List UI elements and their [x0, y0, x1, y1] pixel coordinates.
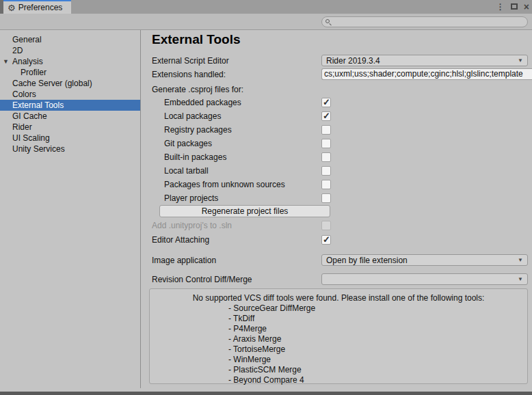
image-application-dropdown[interactable]: Open by file extension ▼ — [321, 254, 528, 266]
preferences-sidebar: General 2D ▼Analysis Profiler Cache Serv… — [0, 30, 141, 388]
sidebar-item-external-tools[interactable]: External Tools — [0, 100, 140, 111]
tab-title: Preferences — [18, 3, 63, 12]
toolbar — [0, 14, 532, 30]
script-editor-label: External Script Editor — [152, 55, 229, 66]
pkg-registry-checkbox[interactable] — [321, 125, 331, 135]
pkg-git-label: Git packages — [164, 138, 212, 149]
revision-control-dropdown[interactable]: ▼ — [321, 273, 528, 285]
sidebar-item-cache-server[interactable]: Cache Server (global) — [0, 78, 140, 89]
tab-strip: ⚙ Preferences ⋮ × — [0, 0, 532, 14]
vcs-tool-item: - TortoiseMerge — [150, 344, 527, 355]
pkg-tarball-checkbox[interactable] — [321, 166, 331, 176]
sidebar-item-profiler[interactable]: Profiler — [0, 67, 140, 78]
pkg-local-label: Local packages — [164, 111, 221, 122]
script-editor-dropdown[interactable]: Rider 2019.3.4 ▼ — [321, 55, 528, 66]
editor-attaching-checkbox[interactable] — [321, 235, 331, 245]
vcs-tool-item: - SourceGear DiffMerge — [150, 303, 527, 314]
sidebar-item-colors[interactable]: Colors — [0, 89, 140, 100]
image-application-value: Open by file extension — [326, 256, 518, 265]
foldout-triangle-icon[interactable]: ▼ — [3, 56, 9, 67]
image-application-label: Image application — [152, 255, 216, 266]
chevron-down-icon: ▼ — [518, 276, 523, 282]
vcs-helpbox-message: No supported VCS diff tools were found. … — [150, 293, 527, 303]
sidebar-item-2d[interactable]: 2D — [0, 45, 140, 56]
pkg-unknown-label: Packages from unknown sources — [164, 179, 285, 190]
vcs-helpbox: No supported VCS diff tools were found. … — [149, 288, 528, 384]
pkg-embedded-checkbox[interactable] — [321, 98, 331, 107]
revision-control-label: Revision Control Diff/Merge — [152, 274, 252, 285]
vcs-tool-item: - Araxis Merge — [150, 334, 527, 344]
sidebar-item-general[interactable]: General — [0, 34, 140, 45]
search-box[interactable] — [321, 16, 528, 27]
extensions-handled-field[interactable]: cs;uxml;uss;shader;compute;cginc;hlsl;gl… — [321, 68, 532, 80]
close-icon[interactable]: × — [524, 3, 529, 11]
window-menu-icon[interactable]: ⋮ — [496, 3, 505, 11]
extensions-handled-label: Extensions handled: — [152, 69, 226, 80]
sidebar-item-rider[interactable]: Rider — [0, 122, 140, 133]
vcs-tool-item: - Beyond Compare 4 — [150, 375, 527, 385]
search-icon — [325, 19, 332, 25]
pkg-registry-label: Registry packages — [164, 124, 232, 135]
chevron-down-icon: ▼ — [518, 257, 523, 263]
regenerate-project-files-button[interactable]: Regenerate project files — [159, 205, 330, 217]
sidebar-item-unity-services[interactable]: Unity Services — [0, 144, 140, 154]
editor-attaching-label: Editor Attaching — [152, 234, 209, 245]
generate-csproj-label: Generate .csproj files for: — [152, 84, 243, 95]
script-editor-value: Rider 2019.3.4 — [326, 56, 518, 66]
search-input[interactable] — [332, 18, 527, 26]
page-title: External Tools — [152, 32, 241, 47]
sidebar-item-analysis[interactable]: ▼Analysis — [0, 56, 140, 67]
pkg-builtin-checkbox[interactable] — [321, 152, 331, 162]
add-unityproj-checkbox — [321, 221, 331, 230]
pkg-local-checkbox[interactable] — [321, 111, 331, 121]
external-tools-panel: External Tools External Script Editor Ri… — [142, 30, 532, 388]
preferences-window: ⚙ Preferences ⋮ × General 2D ▼Analysis P… — [0, 0, 532, 395]
pkg-player-checkbox[interactable] — [321, 193, 331, 203]
vcs-tool-item: - WinMerge — [150, 355, 527, 365]
sidebar-item-ui-scaling[interactable]: UI Scaling — [0, 133, 140, 144]
vcs-tool-item: - TkDiff — [150, 314, 527, 324]
pkg-player-label: Player projects — [164, 193, 218, 204]
sidebar-item-gi-cache[interactable]: GI Cache — [0, 111, 140, 122]
maximize-icon[interactable] — [511, 3, 518, 11]
vcs-tool-item: - PlasticSCM Merge — [150, 365, 527, 375]
tab-preferences[interactable]: ⚙ Preferences — [3, 0, 71, 14]
gear-icon: ⚙ — [8, 3, 16, 12]
chevron-down-icon: ▼ — [518, 57, 523, 64]
vcs-tool-item: - P4Merge — [150, 324, 527, 334]
pkg-unknown-checkbox[interactable] — [321, 180, 331, 189]
window-controls: ⋮ × — [496, 0, 529, 14]
pkg-embedded-label: Embedded packages — [164, 97, 241, 108]
add-unityproj-label: Add .unityproj's to .sln — [152, 220, 232, 231]
pkg-builtin-label: Built-in packages — [164, 152, 226, 163]
sidebar-item-label: Analysis — [12, 57, 43, 66]
pkg-tarball-label: Local tarball — [164, 165, 209, 176]
pkg-git-checkbox[interactable] — [321, 139, 331, 148]
